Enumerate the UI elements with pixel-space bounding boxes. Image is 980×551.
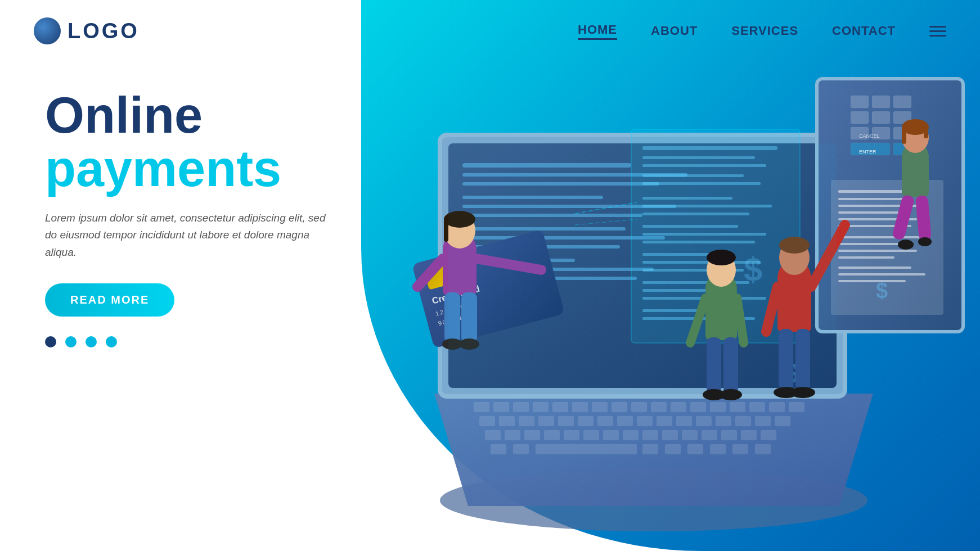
- svg-rect-50: [491, 444, 506, 454]
- svg-rect-161: [902, 157, 929, 197]
- hamburger-line-1: [929, 26, 946, 28]
- svg-rect-2: [474, 402, 489, 412]
- hamburger-line-3: [929, 35, 946, 37]
- svg-rect-29: [676, 416, 692, 426]
- svg-rect-7: [572, 402, 588, 412]
- svg-rect-38: [544, 430, 560, 440]
- logo-text: LOGO: [68, 19, 140, 43]
- dot-2[interactable]: [65, 336, 77, 347]
- svg-rect-16: [749, 402, 765, 412]
- svg-rect-31: [716, 416, 731, 426]
- svg-rect-28: [657, 416, 672, 426]
- svg-rect-49: [761, 430, 776, 440]
- hero-illustration: $ $ CANCEL ENTER: [361, 45, 980, 551]
- dot-1[interactable]: [45, 336, 56, 347]
- svg-rect-11: [651, 402, 667, 412]
- svg-rect-20: [499, 416, 515, 426]
- svg-rect-58: [755, 444, 771, 454]
- svg-rect-23: [558, 416, 574, 426]
- svg-rect-117: [838, 243, 906, 245]
- svg-rect-43: [642, 430, 658, 440]
- svg-rect-25: [597, 416, 613, 426]
- svg-rect-8: [592, 402, 608, 412]
- read-more-button[interactable]: READ MORE: [45, 283, 174, 317]
- svg-rect-42: [623, 430, 639, 440]
- hero-description: Lorem ipsum dolor sit amet, consectetur …: [45, 210, 326, 261]
- svg-rect-13: [690, 402, 706, 412]
- logo-area: LOGO: [34, 17, 140, 44]
- svg-rect-170: [448, 143, 837, 388]
- svg-rect-41: [603, 430, 619, 440]
- nav-contact[interactable]: CONTACT: [832, 24, 896, 38]
- svg-rect-97: [872, 96, 890, 108]
- svg-point-164: [898, 240, 914, 250]
- svg-rect-45: [682, 430, 698, 440]
- svg-rect-56: [710, 444, 726, 454]
- svg-rect-46: [702, 430, 717, 440]
- svg-rect-19: [479, 416, 495, 426]
- svg-rect-113: [838, 211, 900, 214]
- svg-rect-99: [851, 111, 869, 124]
- svg-rect-57: [732, 444, 748, 454]
- svg-rect-3: [493, 402, 509, 412]
- svg-rect-5: [533, 402, 549, 412]
- svg-rect-14: [710, 402, 726, 412]
- svg-rect-36: [505, 430, 520, 440]
- svg-point-165: [918, 237, 932, 246]
- svg-rect-169: [924, 127, 928, 138]
- svg-rect-44: [662, 430, 678, 440]
- main-nav: HOME ABOUT SERVICES CONTACT: [578, 22, 946, 40]
- svg-rect-111: [838, 198, 906, 200]
- header: LOGO HOME ABOUT SERVICES CONTACT: [0, 0, 980, 62]
- svg-rect-6: [552, 402, 568, 412]
- svg-rect-118: [838, 250, 917, 252]
- svg-rect-168: [902, 127, 906, 144]
- svg-rect-54: [665, 444, 681, 454]
- svg-rect-10: [631, 402, 647, 412]
- hamburger-menu[interactable]: [929, 26, 946, 37]
- svg-rect-18: [789, 402, 804, 412]
- logo-icon: [34, 17, 61, 44]
- dot-4[interactable]: [106, 336, 117, 347]
- svg-rect-35: [485, 430, 501, 440]
- svg-rect-15: [730, 402, 745, 412]
- nav-services[interactable]: SERVICES: [731, 24, 798, 38]
- svg-text:CANCEL: CANCEL: [859, 133, 880, 139]
- svg-rect-116: [838, 236, 923, 238]
- dot-3[interactable]: [86, 336, 97, 347]
- nav-about[interactable]: ABOUT: [651, 24, 698, 38]
- hamburger-line-2: [929, 30, 946, 32]
- svg-rect-9: [612, 402, 627, 412]
- headline-line2: payments: [45, 143, 326, 194]
- svg-rect-4: [513, 402, 529, 412]
- svg-rect-48: [741, 430, 757, 440]
- svg-point-147: [720, 389, 742, 400]
- svg-rect-34: [775, 416, 790, 426]
- headline-line1: Online: [45, 90, 326, 141]
- svg-text:ENTER: ENTER: [859, 149, 876, 155]
- svg-rect-98: [893, 96, 911, 108]
- svg-rect-24: [578, 416, 594, 426]
- svg-point-157: [790, 387, 815, 398]
- svg-rect-26: [617, 416, 633, 426]
- svg-text:$: $: [876, 279, 888, 302]
- svg-rect-39: [564, 430, 579, 440]
- svg-rect-27: [637, 416, 653, 426]
- svg-rect-120: [838, 267, 911, 269]
- svg-rect-55: [687, 444, 703, 454]
- svg-rect-32: [735, 416, 751, 426]
- svg-rect-12: [671, 402, 686, 412]
- svg-rect-33: [755, 416, 771, 426]
- svg-rect-139: [444, 219, 448, 242]
- svg-rect-37: [524, 430, 540, 440]
- svg-rect-122: [838, 280, 906, 282]
- svg-rect-51: [513, 444, 529, 454]
- svg-rect-47: [721, 430, 737, 440]
- illustration-svg: $ $ CANCEL ENTER: [361, 45, 980, 551]
- svg-rect-100: [872, 111, 890, 124]
- svg-rect-121: [838, 273, 925, 276]
- svg-rect-30: [696, 416, 712, 426]
- svg-rect-53: [642, 444, 658, 454]
- nav-home[interactable]: HOME: [578, 22, 617, 40]
- pagination-dots: [45, 336, 326, 347]
